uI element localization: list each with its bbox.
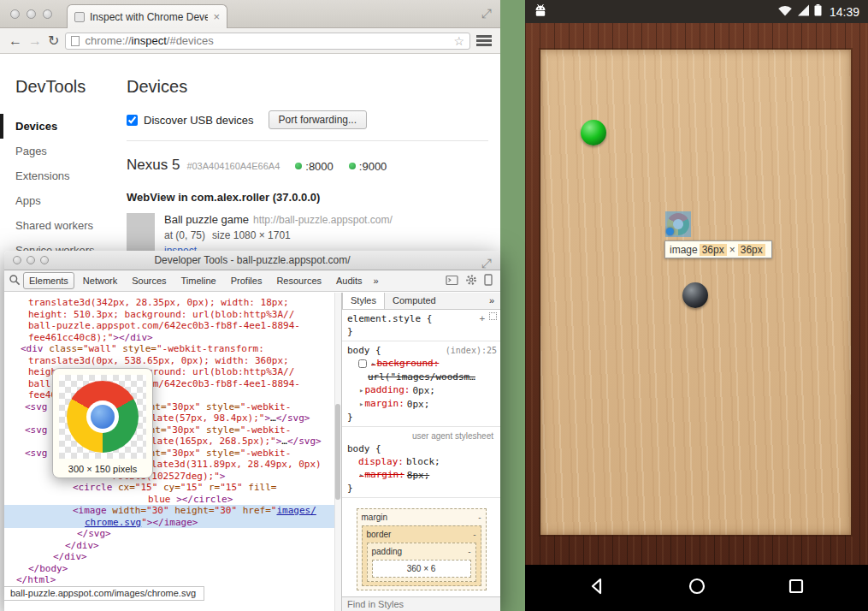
box-model-margin[interactable]: margin- border- padding- 360 × 6 bbox=[357, 508, 487, 590]
code-token[interactable]: height= bbox=[174, 505, 214, 516]
code-line[interactable]: translate3d(0px, 538.65px, 0px); width: … bbox=[4, 355, 341, 367]
code-token[interactable] bbox=[203, 482, 209, 493]
zoom-window-button[interactable] bbox=[43, 9, 52, 19]
code-token[interactable]: "30px" bbox=[167, 424, 201, 436]
code-token[interactable]: style= bbox=[206, 424, 240, 436]
code-token[interactable]: <svg bbox=[25, 424, 53, 436]
box-model-content[interactable]: 360 × 6 bbox=[372, 560, 471, 578]
css-value[interactable]: block; bbox=[406, 455, 440, 468]
code-token[interactable]: width= bbox=[112, 505, 146, 516]
minimize-window-button[interactable] bbox=[27, 256, 35, 264]
code-token[interactable] bbox=[157, 482, 163, 493]
code-token[interactable]: "30" bbox=[215, 505, 238, 516]
code-token[interactable]: r= bbox=[209, 482, 220, 493]
discover-usb-checkbox[interactable] bbox=[127, 115, 138, 126]
code-token[interactable] bbox=[200, 424, 206, 436]
rule-source-link[interactable]: (index):25 bbox=[446, 344, 497, 357]
code-line[interactable]: translate3d(342px, 28.35px, 0px); width:… bbox=[4, 297, 341, 309]
css-value[interactable]: url("images/woodsm… bbox=[368, 371, 475, 383]
close-window-button[interactable] bbox=[10, 9, 20, 19]
code-token[interactable]: "-webkit- bbox=[240, 424, 292, 436]
code-token[interactable]: "wall" bbox=[83, 343, 117, 354]
green-ball[interactable] bbox=[581, 120, 606, 145]
home-button[interactable] bbox=[687, 576, 707, 600]
close-window-button[interactable] bbox=[13, 256, 21, 264]
box-model-padding[interactable]: padding- 360 × 6 bbox=[367, 543, 476, 582]
code-token[interactable]: href= bbox=[243, 505, 271, 516]
recents-button[interactable] bbox=[786, 576, 806, 600]
styles-overflow-icon[interactable]: » bbox=[489, 294, 500, 307]
code-token[interactable]: </body> bbox=[28, 563, 68, 574]
tab-profiles[interactable]: Profiles bbox=[225, 272, 269, 289]
code-token[interactable]: <svg bbox=[25, 401, 53, 412]
code-token[interactable]: "-webkit-transform: bbox=[156, 343, 264, 354]
code-token[interactable]: ></image> bbox=[147, 517, 198, 528]
code-token[interactable]: "15" bbox=[220, 482, 243, 493]
resource-link[interactable]: images/ bbox=[276, 505, 316, 516]
code-line[interactable]: <image width="30" height="30" href="imag… bbox=[4, 505, 341, 517]
sidebar-item-shared-workers[interactable]: Shared workers bbox=[0, 213, 127, 238]
css-property[interactable]: margin: bbox=[358, 468, 404, 482]
code-line[interactable]: <circle cx="15" cy="15" r="15" fill= bbox=[4, 482, 341, 494]
code-token[interactable]: "15" bbox=[180, 482, 204, 493]
code-token[interactable] bbox=[200, 401, 206, 412]
css-property[interactable]: margin: bbox=[358, 397, 404, 411]
code-line[interactable]: </div> bbox=[4, 551, 341, 563]
code-token[interactable]: > bbox=[220, 471, 226, 482]
code-token[interactable] bbox=[200, 448, 206, 459]
code-token[interactable]: fee461cc40c8);" bbox=[28, 332, 113, 343]
code-line[interactable]: fee461cc40c8);"></div> bbox=[4, 332, 341, 344]
code-token[interactable]: </svg> bbox=[276, 412, 310, 424]
code-token[interactable]: ></div> bbox=[113, 332, 152, 343]
code-token[interactable]: height: 510.3px; background: url(blob:ht… bbox=[28, 309, 294, 320]
reload-icon[interactable]: ↻ bbox=[48, 34, 59, 48]
property-toggle-checkbox[interactable] bbox=[358, 359, 367, 368]
tab-audits[interactable]: Audits bbox=[330, 272, 369, 289]
collapse-icon[interactable]: - bbox=[468, 545, 470, 558]
code-token[interactable]: fill= bbox=[248, 482, 276, 493]
bookmark-star-icon[interactable]: ☆ bbox=[453, 34, 464, 48]
code-line[interactable]: ball-puzzle.appspot.com/642ec0b3-fb8f-4e… bbox=[4, 320, 341, 332]
code-token[interactable]: " bbox=[141, 517, 147, 528]
code-token[interactable]: </div> bbox=[65, 540, 99, 551]
css-value[interactable]: 8px; bbox=[407, 469, 430, 482]
tabs-overflow-icon[interactable]: » bbox=[371, 276, 381, 286]
expand-window-icon[interactable]: ⤢ bbox=[481, 253, 492, 273]
tab-computed[interactable]: Computed bbox=[385, 293, 444, 309]
css-property[interactable]: display: bbox=[358, 455, 404, 468]
tab-timeline[interactable]: Timeline bbox=[175, 272, 222, 289]
browser-tab[interactable]: Inspect with Chrome Deve × bbox=[67, 4, 227, 28]
code-token[interactable]: ball-puzzle.appspot.com/642ec0b3-fb8f-4e… bbox=[28, 320, 300, 331]
code-token[interactable]: "30px" bbox=[167, 401, 201, 412]
code-line[interactable]: <div class="wall" style="-webkit-transfo… bbox=[4, 343, 341, 355]
code-token[interactable]: "-webkit- bbox=[240, 448, 292, 459]
sidebar-item-devices[interactable]: Devices bbox=[0, 114, 127, 139]
port-forwarding-button[interactable]: Port forwarding... bbox=[269, 110, 367, 129]
expand-window-icon[interactable]: ⤢ bbox=[481, 6, 492, 21]
dock-device-icon[interactable] bbox=[484, 274, 493, 288]
code-token[interactable]: "15" bbox=[135, 482, 158, 493]
code-token[interactable]: style= bbox=[206, 401, 240, 412]
forward-nav-icon[interactable]: → bbox=[28, 34, 42, 48]
code-token[interactable]: … bbox=[281, 436, 287, 447]
tab-sources[interactable]: Sources bbox=[126, 272, 172, 289]
code-line[interactable]: </div> bbox=[4, 540, 341, 552]
sidebar-item-apps[interactable]: Apps bbox=[0, 188, 127, 213]
tab-network[interactable]: Network bbox=[77, 272, 123, 289]
code-token[interactable]: </svg> bbox=[287, 436, 322, 447]
css-value[interactable]: 0px; bbox=[412, 384, 435, 397]
code-token[interactable]: cx= bbox=[118, 482, 135, 493]
dark-ball[interactable] bbox=[682, 282, 708, 308]
code-line[interactable]: blue ></circle> bbox=[4, 494, 341, 506]
code-token[interactable]: style= bbox=[206, 448, 240, 459]
zoom-window-button[interactable] bbox=[40, 256, 49, 264]
tab-elements[interactable]: Elements bbox=[23, 272, 74, 289]
code-token[interactable]: ></circle> bbox=[176, 494, 233, 505]
code-line[interactable]: chrome.svg"></image> bbox=[4, 517, 341, 529]
code-token[interactable]: <image bbox=[73, 505, 112, 516]
devtools-titlebar[interactable]: Developer Tools - ball-puzzle.appspot.co… bbox=[4, 251, 500, 270]
code-token[interactable]: <div bbox=[21, 343, 49, 354]
code-token[interactable]: translate3d(342px, 28.35px, 0px); width:… bbox=[28, 297, 289, 308]
code-token[interactable]: </svg> bbox=[77, 528, 111, 539]
menu-button[interactable] bbox=[476, 35, 492, 46]
